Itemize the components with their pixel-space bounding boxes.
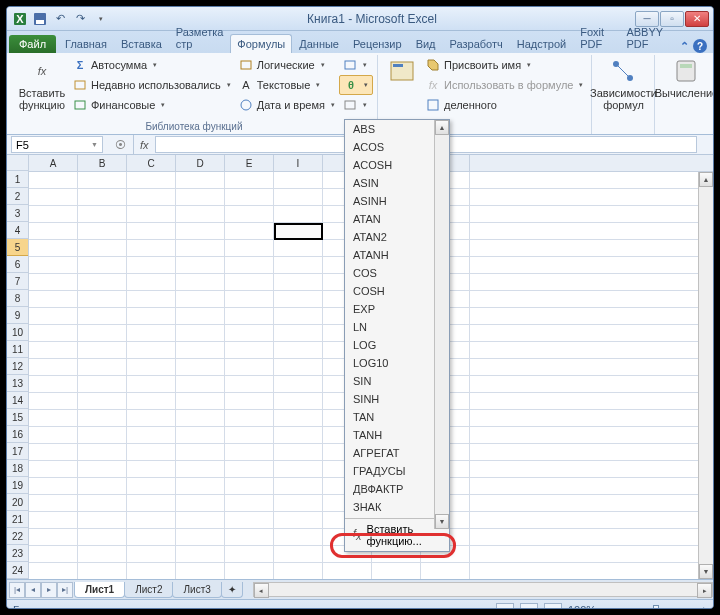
cell[interactable] xyxy=(78,189,127,205)
cell[interactable] xyxy=(274,512,323,528)
cell[interactable] xyxy=(176,206,225,222)
cell[interactable] xyxy=(176,444,225,460)
cell[interactable] xyxy=(225,172,274,188)
cell[interactable] xyxy=(176,563,225,579)
new-sheet-button[interactable]: ✦ xyxy=(221,582,243,598)
cell[interactable] xyxy=(225,342,274,358)
cell[interactable] xyxy=(78,444,127,460)
cell[interactable] xyxy=(29,393,78,409)
row-header[interactable]: 16 xyxy=(7,426,28,443)
tab-foxit[interactable]: Foxit PDF xyxy=(573,22,619,53)
cell[interactable] xyxy=(78,376,127,392)
cell[interactable] xyxy=(127,257,176,273)
row-header[interactable]: 2 xyxy=(7,188,28,205)
cell[interactable] xyxy=(274,308,323,324)
cell[interactable] xyxy=(274,274,323,290)
cell[interactable] xyxy=(274,376,323,392)
cell[interactable] xyxy=(78,427,127,443)
cell[interactable] xyxy=(274,495,323,511)
cell[interactable] xyxy=(127,223,176,239)
cell[interactable] xyxy=(29,427,78,443)
cell[interactable] xyxy=(176,172,225,188)
zoom-thumb[interactable] xyxy=(653,605,659,609)
cell[interactable] xyxy=(29,529,78,545)
cell[interactable] xyxy=(225,410,274,426)
cell[interactable] xyxy=(225,529,274,545)
row-header[interactable]: 8 xyxy=(7,290,28,307)
column-header[interactable]: C xyxy=(127,155,176,171)
cell[interactable] xyxy=(176,342,225,358)
cell[interactable] xyxy=(127,444,176,460)
row-header[interactable]: 13 xyxy=(7,375,28,392)
cell[interactable] xyxy=(78,478,127,494)
namebox-expand-icon[interactable]: ⦿ xyxy=(107,139,133,151)
cell[interactable] xyxy=(29,461,78,477)
save-icon[interactable] xyxy=(31,10,49,28)
cell[interactable] xyxy=(127,342,176,358)
column-header[interactable]: E xyxy=(225,155,274,171)
column-header[interactable]: B xyxy=(78,155,127,171)
cell[interactable] xyxy=(78,359,127,375)
cell[interactable] xyxy=(29,376,78,392)
cell[interactable] xyxy=(176,529,225,545)
close-button[interactable]: ✕ xyxy=(685,11,709,27)
next-sheet-button[interactable]: ▸ xyxy=(41,582,57,598)
cell[interactable] xyxy=(176,495,225,511)
normal-view-button[interactable] xyxy=(496,603,514,610)
cell[interactable] xyxy=(78,308,127,324)
cell[interactable] xyxy=(176,223,225,239)
cell[interactable] xyxy=(225,427,274,443)
sheet-tab-2[interactable]: Лист2 xyxy=(124,582,173,598)
cell[interactable] xyxy=(29,478,78,494)
cell[interactable] xyxy=(127,376,176,392)
cell[interactable] xyxy=(176,325,225,341)
row-header[interactable]: 23 xyxy=(7,545,28,562)
cell[interactable] xyxy=(225,240,274,256)
cell[interactable] xyxy=(127,410,176,426)
cell[interactable] xyxy=(274,393,323,409)
selected-cell[interactable] xyxy=(274,223,323,240)
row-header[interactable]: 21 xyxy=(7,511,28,528)
cell[interactable] xyxy=(225,325,274,341)
cell[interactable] xyxy=(78,563,127,579)
last-sheet-button[interactable]: ▸| xyxy=(57,582,73,598)
cell[interactable] xyxy=(225,563,274,579)
cell[interactable] xyxy=(78,342,127,358)
cell[interactable] xyxy=(127,478,176,494)
cell[interactable] xyxy=(274,240,323,256)
cell[interactable] xyxy=(176,512,225,528)
qat-customize-icon[interactable] xyxy=(91,10,109,28)
prev-sheet-button[interactable]: ◂ xyxy=(25,582,41,598)
select-all-corner[interactable] xyxy=(7,155,29,171)
cell[interactable] xyxy=(127,529,176,545)
row-header[interactable]: 20 xyxy=(7,494,28,511)
column-header[interactable]: D xyxy=(176,155,225,171)
row-header[interactable]: 11 xyxy=(7,341,28,358)
cell[interactable] xyxy=(176,240,225,256)
cell[interactable] xyxy=(78,546,127,562)
cell[interactable] xyxy=(176,427,225,443)
define-name-button[interactable]: Присвоить имя xyxy=(422,55,588,75)
cell[interactable] xyxy=(127,206,176,222)
row-header[interactable]: 7 xyxy=(7,273,28,290)
cell[interactable] xyxy=(225,478,274,494)
cell[interactable] xyxy=(225,223,274,239)
row-header[interactable]: 14 xyxy=(7,392,28,409)
scroll-right-icon[interactable]: ▸ xyxy=(697,583,712,598)
first-sheet-button[interactable]: |◂ xyxy=(9,582,25,598)
cell[interactable] xyxy=(225,512,274,528)
vertical-scrollbar[interactable]: ▲ ▼ xyxy=(698,172,713,579)
cell[interactable] xyxy=(78,206,127,222)
cell[interactable] xyxy=(176,274,225,290)
cell[interactable] xyxy=(176,189,225,205)
cell[interactable] xyxy=(176,478,225,494)
cell[interactable] xyxy=(225,495,274,511)
cell[interactable] xyxy=(29,325,78,341)
row-header[interactable]: 4 xyxy=(7,222,28,239)
calculation-button[interactable]: Вычисление xyxy=(659,55,713,101)
cell[interactable] xyxy=(29,308,78,324)
cell[interactable] xyxy=(127,563,176,579)
autosum-button[interactable]: ΣАвтосумма xyxy=(69,55,235,75)
scroll-left-icon[interactable]: ◂ xyxy=(254,583,269,598)
cell[interactable] xyxy=(78,274,127,290)
